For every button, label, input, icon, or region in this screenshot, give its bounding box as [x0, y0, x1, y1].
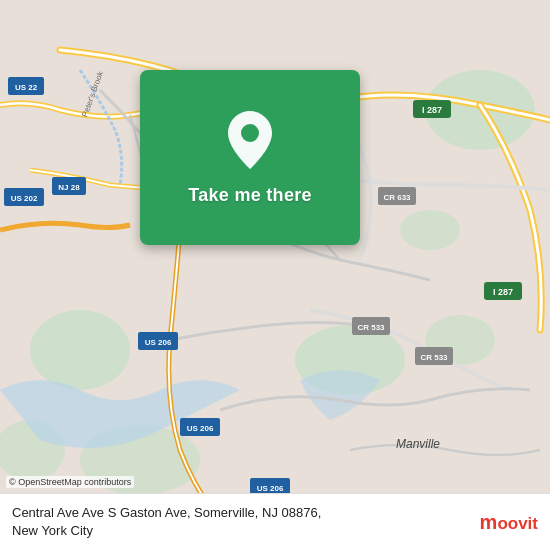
svg-text:CR 633: CR 633 [383, 193, 411, 202]
svg-text:US 206: US 206 [187, 424, 214, 433]
svg-point-34 [241, 124, 259, 142]
svg-point-5 [30, 310, 130, 390]
svg-point-2 [400, 210, 460, 250]
svg-text:CR 533: CR 533 [357, 323, 385, 332]
svg-text:Manville: Manville [396, 437, 440, 451]
moovit-brand-text: moovit [480, 512, 538, 532]
take-me-there-button[interactable]: Take me there [188, 185, 312, 206]
svg-text:US 206: US 206 [145, 338, 172, 347]
svg-text:I 287: I 287 [422, 105, 442, 115]
svg-text:I 287: I 287 [493, 287, 513, 297]
location-card[interactable]: Take me there [140, 70, 360, 245]
svg-text:NJ 28: NJ 28 [58, 183, 80, 192]
svg-text:US 22: US 22 [15, 83, 38, 92]
osm-attribution: © OpenStreetMap contributors [6, 476, 134, 488]
svg-text:US 202: US 202 [11, 194, 38, 203]
address-text: Central Ave Ave S Gaston Ave, Somerville… [12, 504, 470, 540]
map-container: I 287 I 287 I 287 US 22 NJ 28 US 202 US … [0, 0, 550, 550]
map-pin-icon [224, 109, 276, 171]
svg-text:CR 533: CR 533 [420, 353, 448, 362]
bottom-bar: Central Ave Ave S Gaston Ave, Somerville… [0, 493, 550, 550]
moovit-logo: moovit [480, 512, 538, 532]
